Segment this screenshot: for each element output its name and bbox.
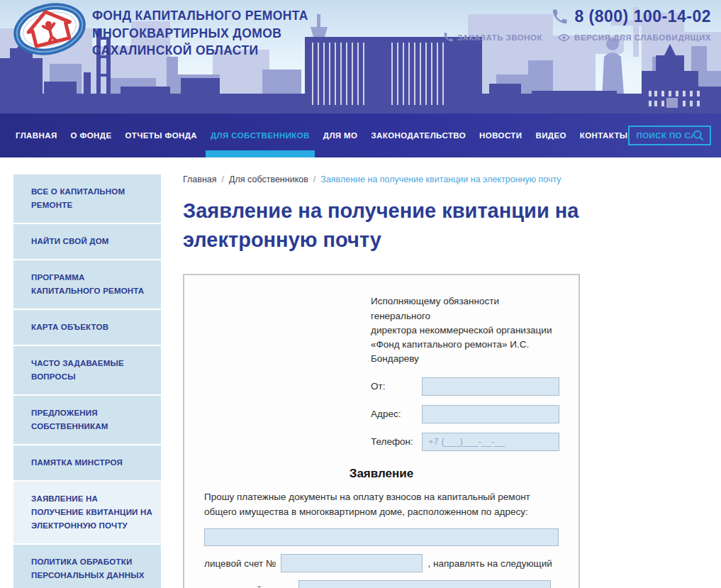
org-logo[interactable] bbox=[13, 3, 86, 55]
search-input[interactable] bbox=[637, 131, 693, 140]
addressee-line2: директора некоммерческой организации bbox=[371, 323, 559, 338]
sidebar-item-predlozheniya[interactable]: ПРЕДЛОЖЕНИЯ СОБСТВЕННИКАМ bbox=[13, 396, 161, 444]
breadcrumb-separator: / bbox=[222, 174, 224, 184]
breadcrumb-section[interactable]: Для собственников bbox=[229, 174, 308, 184]
org-name-line1: ФОНД КАПИТАЛЬНОГО РЕМОНТА bbox=[92, 7, 308, 25]
accessible-version-link[interactable]: ВЕРСИЯ ДЛЯ СЛАБОВИДЯЩИХ bbox=[558, 33, 711, 42]
org-name-line3: САХАЛИНСКОЙ ОБЛАСТИ bbox=[92, 42, 308, 60]
breadcrumb-separator: / bbox=[313, 174, 315, 184]
phone-icon bbox=[552, 9, 567, 24]
sidebar-item-programma[interactable]: ПРОГРАММА КАПИТАЛЬНОГО РЕМОНТА bbox=[13, 260, 161, 309]
eye-icon bbox=[558, 33, 570, 42]
nav-item-zakonodatelstvo[interactable]: ЗАКОНОДАТЕЛЬСТВО bbox=[371, 113, 466, 157]
phone-number: 8 (800) 100-14-02 bbox=[444, 7, 711, 26]
nav-item-dlya-sobstvennikov[interactable]: ДЛЯ СОБСТВЕННИКОВ bbox=[211, 113, 310, 157]
account-suffix: , направлять на следующий bbox=[427, 558, 552, 569]
from-label: От: bbox=[371, 381, 422, 392]
page-title: Заявление на получение квитанции на элек… bbox=[183, 196, 637, 255]
phone-icon bbox=[444, 33, 453, 42]
sidebar-item-faq[interactable]: ЧАСТО ЗАДАВАЕМЫЕ ВОПРОСЫ bbox=[13, 346, 161, 394]
header-contacts: 8 (800) 100-14-02 ЗАКАЗАТЬ ЗВОНОК ВЕРСИЯ… bbox=[444, 7, 711, 42]
sidebar-item-zayavlenie-kvitancii[interactable]: ЗАЯВЛЕНИЕ НА ПОЛУЧЕНИЕ КВИТАНЦИИ НА ЭЛЕК… bbox=[13, 482, 161, 543]
order-call-label: ЗАКАЗАТЬ ЗВОНОК bbox=[457, 33, 542, 42]
nav-item-otchety-fonda[interactable]: ОТЧЕТЫ ФОНДА bbox=[125, 113, 197, 157]
org-name: ФОНД КАПИТАЛЬНОГО РЕМОНТА МНОГОКВАРТИРНЫ… bbox=[92, 7, 308, 60]
order-call-link[interactable]: ЗАКАЗАТЬ ЗВОНОК bbox=[444, 33, 542, 42]
addressee-line1: Исполняющему обязанности генерального bbox=[371, 294, 559, 323]
email-field[interactable] bbox=[298, 580, 551, 588]
phone-number-text: 8 (800) 100-14-02 bbox=[574, 7, 711, 26]
nav-item-video[interactable]: ВИДЕО bbox=[535, 113, 566, 157]
nav-item-dlya-mo[interactable]: ДЛЯ МО bbox=[323, 113, 358, 157]
form-addressee: Исполняющему обязанности генерального ди… bbox=[371, 294, 559, 366]
sidebar-item-karta-obektov[interactable]: КАРТА ОБЪЕКТОВ bbox=[13, 310, 161, 345]
search-icon bbox=[693, 130, 704, 141]
addressee-line3: «Фонд капитального ремонта» И.С. Бондаре… bbox=[371, 338, 559, 367]
from-field[interactable] bbox=[422, 377, 559, 396]
account-label: лицевой счет № bbox=[204, 558, 276, 569]
search-button[interactable] bbox=[693, 130, 704, 141]
main-content: Главная / Для собственников / Заявление … bbox=[183, 174, 702, 588]
phone-field[interactable] bbox=[422, 433, 559, 451]
house-address-field[interactable] bbox=[204, 528, 559, 546]
main-navigation: ГЛАВНАЯ О ФОНДЕ ОТЧЕТЫ ФОНДА ДЛЯ СОБСТВЕ… bbox=[0, 113, 721, 157]
accessible-version-label: ВЕРСИЯ ДЛЯ СЛАБОВИДЯЩИХ bbox=[574, 33, 711, 42]
statement-intro: Прошу платежные документы на оплату взно… bbox=[204, 490, 559, 520]
site-header: ФОНД КАПИТАЛЬНОГО РЕМОНТА МНОГОКВАРТИРНЫ… bbox=[0, 0, 721, 113]
sidebar-item-vse-o-kapremonte[interactable]: ВСЕ О КАПИТАЛЬНОМ РЕМОНТЕ bbox=[13, 174, 161, 223]
email-label: электронный адрес: bbox=[204, 584, 294, 588]
nav-item-glavnaya[interactable]: ГЛАВНАЯ bbox=[16, 113, 57, 157]
phone-label: Телефон: bbox=[371, 436, 422, 447]
statement-heading: Заявление bbox=[204, 467, 559, 481]
nav-item-novosti[interactable]: НОВОСТИ bbox=[479, 113, 522, 157]
sidebar-item-pamyatka-minstroya[interactable]: ПАМЯТКА МИНСТРОЯ bbox=[13, 445, 161, 480]
account-number-field[interactable] bbox=[281, 554, 423, 572]
breadcrumb-current: Заявление на получение квитанции на элек… bbox=[320, 174, 561, 184]
sentence-dot: . bbox=[556, 584, 559, 588]
sidebar-menu: ВСЕ О КАПИТАЛЬНОМ РЕМОНТЕ НАЙТИ СВОЙ ДОМ… bbox=[13, 174, 161, 588]
sidebar-item-nayti-svoy-dom[interactable]: НАЙТИ СВОЙ ДОМ bbox=[13, 224, 161, 259]
org-name-line2: МНОГОКВАРТИРНЫХ ДОМОВ bbox=[92, 25, 308, 43]
nav-item-kontakty[interactable]: КОНТАКТЫ bbox=[580, 113, 628, 157]
application-form: Исполняющему обязанности генерального ди… bbox=[183, 274, 580, 588]
site-search bbox=[628, 126, 712, 145]
breadcrumb-home[interactable]: Главная bbox=[183, 174, 217, 184]
nav-item-o-fonde[interactable]: О ФОНДЕ bbox=[71, 113, 112, 157]
breadcrumb: Главная / Для собственников / Заявление … bbox=[183, 174, 702, 184]
sidebar-item-politika-pd[interactable]: ПОЛИТИКА ОБРАБОТКИ ПЕРСОНАЛЬНЫХ ДАННЫХ bbox=[13, 545, 161, 588]
address-label: Адрес: bbox=[371, 409, 422, 419]
address-field[interactable] bbox=[422, 405, 559, 423]
